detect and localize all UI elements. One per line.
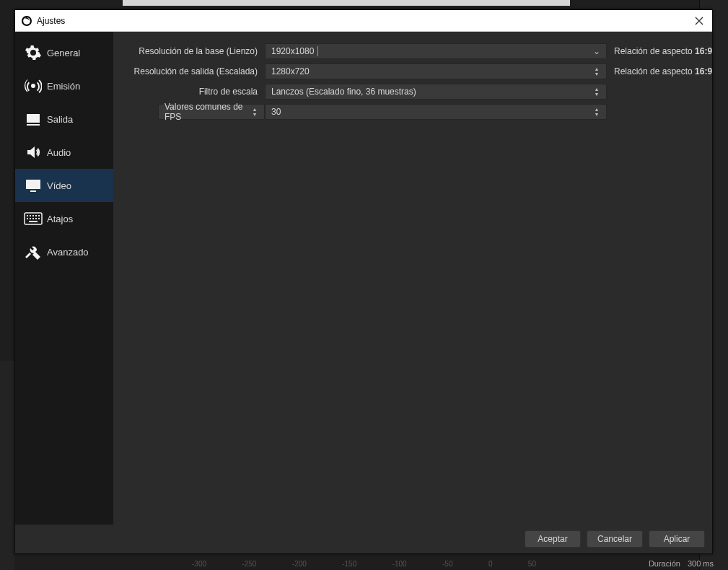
titlebar: Ajustes bbox=[15, 10, 712, 32]
fps-value-combo[interactable]: 30 ▲▼ bbox=[265, 104, 607, 120]
sidebar-item-emision[interactable]: Emisión bbox=[15, 69, 113, 102]
dialog-footer: Aceptar Cancelar Aplicar bbox=[15, 525, 712, 553]
scale-filter-value: Lanczos (Escalado fino, 36 muestras) bbox=[271, 87, 416, 97]
svg-rect-12 bbox=[38, 218, 40, 219]
tick: -150 bbox=[342, 560, 356, 568]
sidebar-item-audio[interactable]: Audio bbox=[15, 136, 113, 169]
aspect-prefix: Relación de aspecto bbox=[614, 66, 695, 76]
bg-duration: Duración 300 ms bbox=[649, 557, 714, 570]
sidebar-item-label: Avanzado bbox=[47, 247, 89, 258]
fps-value: 30 bbox=[271, 107, 281, 117]
tick: -100 bbox=[392, 560, 407, 568]
output-icon bbox=[22, 110, 44, 128]
tick: -250 bbox=[242, 560, 256, 568]
svg-rect-10 bbox=[32, 218, 34, 219]
fps-type-wrap: Valores comunes de FPS ▲▼ bbox=[128, 104, 265, 120]
speaker-icon bbox=[22, 144, 44, 161]
text-caret bbox=[317, 46, 318, 56]
bg-timeline: -300 -250 -200 -150 -100 -50 0 50 bbox=[188, 557, 540, 570]
output-resolution-combo[interactable]: 1280x720 ▲▼ bbox=[265, 63, 607, 79]
tick: -200 bbox=[292, 560, 307, 568]
tools-icon bbox=[22, 243, 44, 260]
ok-button[interactable]: Aceptar bbox=[525, 530, 581, 548]
cancel-button[interactable]: Cancelar bbox=[587, 530, 643, 548]
svg-rect-7 bbox=[38, 215, 40, 216]
scale-filter-combo[interactable]: Lanczos (Escalado fino, 36 muestras) ▲▼ bbox=[265, 84, 607, 100]
base-resolution-value: 1920x1080 bbox=[271, 46, 314, 56]
duration-label: Duración bbox=[649, 559, 680, 568]
main-panel: Resolución de la base (Lienzo) 1920x1080… bbox=[113, 32, 712, 525]
svg-rect-11 bbox=[35, 218, 37, 219]
apply-button[interactable]: Aplicar bbox=[649, 530, 705, 548]
base-resolution-label: Resolución de la base (Lienzo) bbox=[128, 46, 265, 56]
settings-dialog: Ajustes General Emisión bbox=[14, 9, 713, 554]
sidebar-item-label: Emisión bbox=[47, 81, 80, 92]
svg-rect-3 bbox=[27, 215, 28, 216]
obs-logo-icon bbox=[21, 15, 32, 27]
spinner-icon: ▲▼ bbox=[590, 84, 603, 99]
base-resolution-combo[interactable]: 1920x1080 ⌄ bbox=[265, 43, 607, 59]
svg-rect-5 bbox=[32, 215, 34, 216]
output-resolution-value: 1280x720 bbox=[271, 66, 310, 76]
close-button[interactable] bbox=[692, 14, 706, 28]
monitor-icon bbox=[22, 177, 44, 194]
fps-type-value: Valores comunes de FPS bbox=[165, 102, 258, 122]
sidebar-item-video[interactable]: Vídeo bbox=[15, 169, 113, 202]
keyboard-icon bbox=[22, 211, 44, 226]
sidebar-item-label: Vídeo bbox=[47, 180, 71, 191]
window-title: Ajustes bbox=[37, 16, 65, 26]
tick: -50 bbox=[442, 560, 452, 568]
base-aspect-label: Relación de aspecto 16:9 bbox=[607, 46, 701, 56]
sidebar: General Emisión Salida Audio bbox=[15, 32, 113, 525]
sidebar-item-label: Atajos bbox=[47, 214, 73, 224]
spinner-icon: ▲▼ bbox=[590, 105, 603, 119]
sidebar-item-general[interactable]: General bbox=[15, 36, 113, 69]
bg-strip bbox=[123, 0, 570, 6]
fps-type-combo[interactable]: Valores comunes de FPS ▲▼ bbox=[158, 104, 265, 120]
tick: -300 bbox=[192, 560, 206, 568]
svg-rect-9 bbox=[30, 218, 31, 219]
aspect-value: 16:9 bbox=[695, 66, 712, 76]
scale-filter-label: Filtro de escala bbox=[128, 87, 265, 97]
output-resolution-label: Resolución de salida (Escalada) bbox=[128, 66, 265, 76]
sidebar-item-label: General bbox=[47, 48, 80, 58]
chevron-down-icon: ⌄ bbox=[590, 44, 603, 58]
svg-rect-4 bbox=[30, 215, 31, 216]
duration-value: 300 ms bbox=[688, 559, 714, 568]
svg-rect-6 bbox=[35, 215, 37, 216]
sidebar-item-avanzado[interactable]: Avanzado bbox=[15, 235, 113, 268]
spinner-icon: ▲▼ bbox=[590, 64, 603, 79]
output-aspect-label: Relación de aspecto 16:9 bbox=[607, 66, 701, 76]
sidebar-item-label: Salida bbox=[47, 114, 73, 125]
tick: 50 bbox=[528, 560, 536, 568]
spinner-icon: ▲▼ bbox=[248, 105, 261, 119]
bg-left-panel bbox=[0, 361, 14, 570]
tick: 0 bbox=[488, 560, 493, 568]
svg-rect-13 bbox=[29, 221, 38, 222]
antenna-icon bbox=[22, 77, 44, 95]
sidebar-item-atajos[interactable]: Atajos bbox=[15, 202, 113, 235]
svg-rect-8 bbox=[27, 218, 28, 219]
sidebar-item-salida[interactable]: Salida bbox=[15, 102, 113, 136]
gear-icon bbox=[22, 44, 44, 61]
aspect-value: 16:9 bbox=[695, 46, 712, 56]
aspect-prefix: Relación de aspecto bbox=[614, 46, 695, 56]
sidebar-item-label: Audio bbox=[47, 147, 71, 158]
